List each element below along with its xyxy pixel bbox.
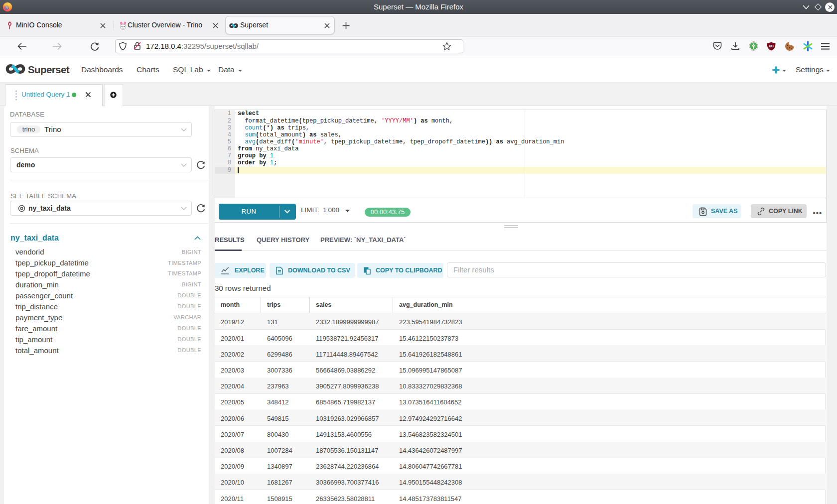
svg-text:UO: UO [769,44,774,48]
